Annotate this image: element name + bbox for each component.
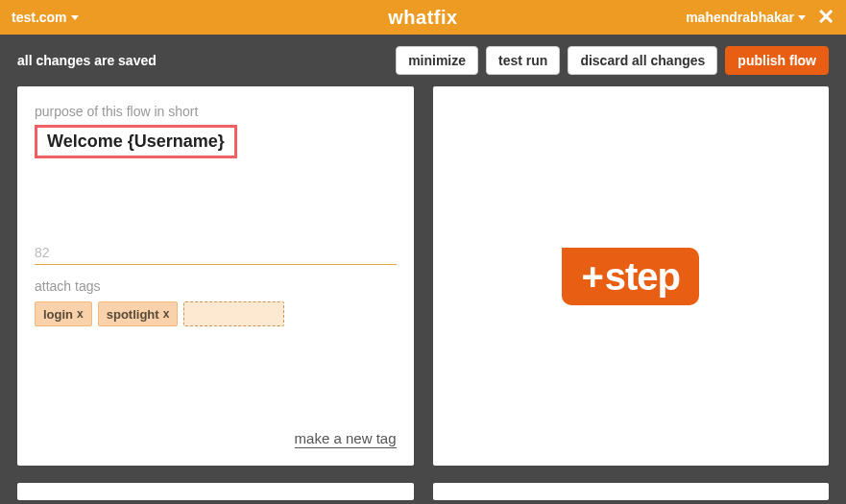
user-menu[interactable]: mahendrabhakar <box>686 10 806 25</box>
chevron-down-icon <box>71 15 79 20</box>
publish-button[interactable]: publish flow <box>725 46 829 75</box>
chevron-down-icon <box>798 15 806 20</box>
tag-label: spotlight <box>107 307 159 322</box>
discard-button[interactable]: discard all changes <box>568 46 717 75</box>
user-name: mahendrabhakar <box>686 10 794 25</box>
minimize-button[interactable]: minimize <box>396 46 478 75</box>
plus-icon: + <box>581 257 602 296</box>
toolbar: all changes are saved minimize test run … <box>17 35 829 86</box>
brand-logo: whatfix <box>388 7 457 29</box>
flow-title-input[interactable]: Welcome {Username} <box>35 125 237 158</box>
close-icon[interactable]: ✕ <box>817 7 834 28</box>
char-counter: 82 <box>35 245 397 265</box>
topbar-right: mahendrabhakar ✕ <box>686 7 834 28</box>
tag-chip[interactable]: login x <box>35 301 92 326</box>
panels-row: purpose of this flow in short Welcome {U… <box>17 86 829 466</box>
second-row: describe this flow <box>17 483 829 500</box>
tags-row: login x spotlight x <box>35 301 397 326</box>
tag-remove-icon[interactable]: x <box>77 307 84 321</box>
right-panel: + step <box>433 86 830 466</box>
site-dropdown[interactable]: test.com <box>12 10 79 25</box>
save-status: all changes are saved <box>17 53 157 68</box>
purpose-label: purpose of this flow in short <box>35 104 397 119</box>
test-run-button[interactable]: test run <box>486 46 560 75</box>
add-step-label: step <box>605 257 680 296</box>
toolbar-actions: minimize test run discard all changes pu… <box>396 46 829 75</box>
tags-label: attach tags <box>35 278 397 294</box>
make-new-tag-link[interactable]: make a new tag <box>295 430 397 448</box>
tag-chip[interactable]: spotlight x <box>98 301 179 326</box>
site-name: test.com <box>12 10 67 25</box>
content-area: all changes are saved minimize test run … <box>0 35 846 504</box>
describe-panel: describe this flow <box>17 483 414 500</box>
new-tag-input[interactable] <box>183 301 284 326</box>
right-stub-panel <box>433 483 830 500</box>
tag-remove-icon[interactable]: x <box>163 307 170 321</box>
add-step-button[interactable]: + step <box>562 248 699 305</box>
top-bar: test.com whatfix mahendrabhakar ✕ <box>0 0 846 35</box>
tag-label: login <box>43 307 73 322</box>
left-panel: purpose of this flow in short Welcome {U… <box>17 86 414 466</box>
